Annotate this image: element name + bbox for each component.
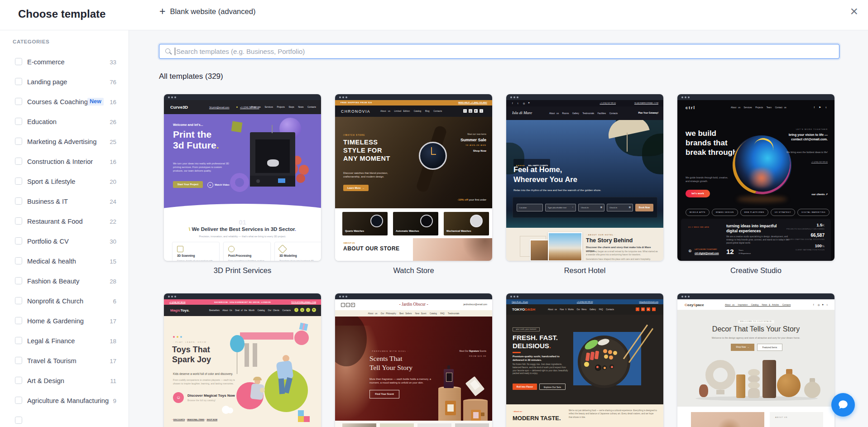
chevron-down-icon: ⌄ (572, 205, 574, 208)
product-tile: Quartz Watches (342, 212, 388, 235)
checkbox[interactable] (15, 178, 22, 185)
close-icon[interactable]: × (850, 5, 858, 18)
hero-body: We guide brands through bold, creative, … (686, 176, 730, 183)
about-image (413, 238, 492, 261)
sidebar-item-business-it[interactable]: Business & IT24 (0, 197, 129, 206)
checkbox[interactable] (15, 118, 22, 125)
accent-rule (513, 352, 521, 353)
site-topbar: Open 8 am - 10 pm +1 (234) 567 89 00 tok… (506, 299, 663, 304)
hero-heading-line1: FRESH. FAST. (513, 334, 558, 342)
instagram-icon: ◎ (641, 307, 645, 311)
checkbox[interactable] (15, 417, 22, 424)
search-input[interactable] (159, 44, 839, 58)
template-card-jardin-obscur[interactable]: f ◎ ▶ - Jardin Obscur - jardinobscur@ema… (335, 293, 492, 427)
template-card-3d-print-services[interactable]: Curve3D 3d.print@email.com +1 (234) 567 … (164, 94, 321, 261)
chat-launcher-button[interactable] (831, 393, 855, 417)
feature-card: 3D Modeling Transform ideas into functio… (274, 242, 321, 261)
meet-items-label: Meet our new items (467, 133, 486, 136)
category-count: 20 (110, 178, 116, 185)
checkbox[interactable] (15, 297, 22, 304)
checkbox[interactable] (15, 397, 22, 404)
site-header: TOKYODASH About us How It Works Our Menu… (506, 304, 663, 315)
sidebar-item-medical-health[interactable]: Medical & health15 (0, 257, 129, 266)
template-name: 3D Print Services (164, 266, 321, 275)
sidebar-item-travel-tourism[interactable]: Travel & Tourism17 (0, 357, 129, 366)
sidebar-item-portfolio-cv[interactable]: Portfolio & CV30 (0, 237, 129, 246)
sidebar-item-landing-page[interactable]: Landing page76 (0, 78, 129, 87)
template-card-magictoys[interactable]: +1 (234) 567 89 00 SHOWROOM: 3254 EGREMO… (164, 293, 321, 427)
site-logo: MagicToys. (170, 308, 190, 313)
help-label: NEED HELP: +1 (800) 123-4567 (458, 101, 487, 104)
checkbox[interactable] (15, 277, 22, 284)
checkbox[interactable] (15, 357, 22, 364)
sidebar-item-legal-finance[interactable]: Legal & Finance18 (0, 337, 129, 346)
hero-heading-line2: brands that (686, 139, 728, 148)
site-email-link: ISLADIMARE@EMAIL.COM (634, 102, 658, 104)
story-heading: The Story Behind (586, 237, 633, 244)
site-logo: CHRONOVIA (341, 109, 370, 114)
template-card-cozyspace[interactable]: CozySpace About us Inspiration Catalog N… (677, 293, 834, 427)
checkbox[interactable] (15, 138, 22, 145)
location-field: Location (517, 204, 543, 211)
sidebar-item-home-gardening[interactable]: Home & Gardening17 (0, 317, 129, 326)
checkbox[interactable] (15, 217, 22, 225)
sidebar-item-agriculture-manufacturing[interactable]: Agriculture & Manufacturing9 (0, 397, 129, 406)
stat-3-label: CLIENT SATISFACTION FOCUS (796, 249, 825, 251)
browser-chrome (506, 293, 663, 299)
youtube-icon: ▶ (528, 102, 530, 104)
blank-website-button[interactable]: + Blank website (advanced) (159, 6, 255, 17)
sidebar-item-sport-lifestyle[interactable]: Sport & Lifestyle20 (0, 178, 129, 187)
sidebar-item-nonprofit-church[interactable]: Nonprofit & Church6 (0, 297, 129, 306)
checkbox[interactable] (15, 158, 22, 165)
sidebar-item-fashion-beauty[interactable]: Fashion & Beauty28 (0, 277, 129, 286)
sidebar-item-restaurant-food[interactable]: Restaurant & Food22 (0, 217, 129, 226)
checkbox[interactable] (15, 377, 22, 384)
site-nav: About us Services Projects Team Contact … (731, 106, 786, 109)
site-email-link: tokyodash@email.com (639, 301, 658, 303)
checkbox[interactable] (15, 78, 22, 85)
category-label: Nonprofit & Church (27, 297, 83, 305)
category-count: 17 (110, 318, 116, 325)
work-email-link: ctrl-digital@email.com (695, 252, 719, 254)
about-kicker: · about us · (513, 410, 523, 413)
sidebar-item-construction-interior[interactable]: Construction & Interior16 (0, 158, 129, 167)
template-card-resort-hotel[interactable]: f t ◎ ▶ +1 (234) 567 89 00 ISLADIMARE@EM… (506, 94, 663, 261)
years-value: 12 (726, 248, 734, 256)
shipping-label: FREE SHIPPING FROM $20 (340, 101, 372, 104)
dot-yellow (177, 336, 178, 338)
curve-divider (164, 204, 321, 216)
accent-period: . (216, 140, 219, 150)
sidebar-item-education[interactable]: Education26 (0, 118, 129, 127)
sidebar-item-marketing-advertising[interactable]: Marketing & Advertising25 (0, 138, 129, 147)
category-count: 30 (110, 238, 116, 245)
sidebar-item-art-design[interactable]: Art & Design11 (0, 377, 129, 386)
hero-heading-line2: DELISIOUS. (513, 342, 551, 350)
product-tile: Mechanical Watches (444, 212, 489, 235)
category-count: 16 (110, 158, 116, 165)
template-card-tokyodash[interactable]: Open 8 am - 10 pm +1 (234) 567 89 00 tok… (506, 293, 663, 427)
category-count: 17 (110, 358, 116, 365)
template-card-creative-studio[interactable]: ctrl About us Services Projects Team Con… (677, 94, 834, 261)
hero-kicker: · PERFUMES WITH SOUL · (369, 350, 409, 352)
explore-sets-button: Explore Our Sets (539, 384, 566, 390)
checkbox[interactable] (15, 317, 22, 324)
checkbox[interactable] (15, 58, 22, 65)
sidebar-item-ecommerce[interactable]: E-commerce33 (0, 58, 129, 67)
checkbox[interactable] (15, 98, 22, 105)
calendar-icon: ▦ (629, 206, 631, 208)
checkbox[interactable] (15, 337, 22, 344)
chat-icon (837, 399, 849, 411)
sidebar-item-partial[interactable] (0, 417, 129, 426)
twitter-icon: t (306, 308, 310, 312)
about-image (691, 412, 764, 427)
template-name: Resort Hotel (506, 266, 663, 275)
category-label: Fashion & Beauty (27, 278, 79, 285)
checkbox[interactable] (15, 237, 22, 245)
about-section: ABOUT US (677, 407, 834, 427)
template-card-watch-store[interactable]: FREE SHIPPING FROM $20 NEED HELP: +1 (80… (335, 94, 492, 261)
checkbox[interactable] (15, 257, 22, 264)
our-clients-link: our clients ↗ (811, 193, 828, 196)
site-phone-link: +1 (234) 567 89 00 (811, 161, 828, 163)
sidebar-item-courses-coaching[interactable]: Courses & CoachingNew16 (0, 98, 129, 107)
checkbox[interactable] (15, 197, 22, 205)
